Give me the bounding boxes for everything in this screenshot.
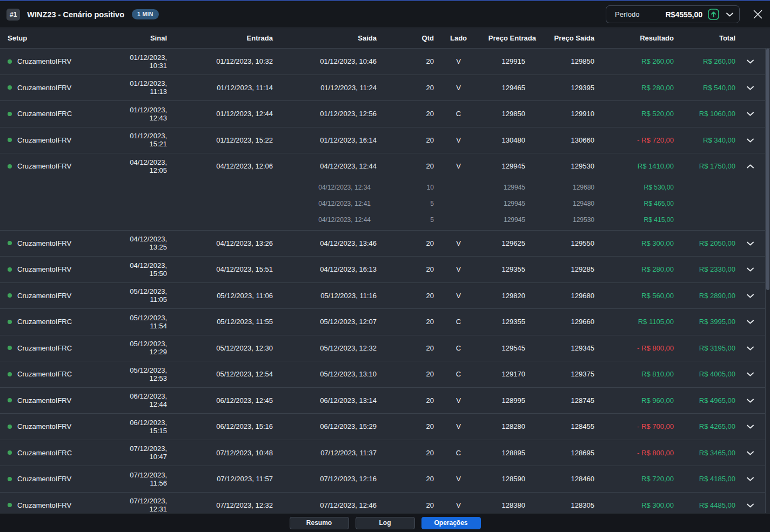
timeframe-badge: 1 MIN	[132, 9, 159, 19]
preco-entrada-cell: 129355	[483, 318, 536, 326]
qtd-cell: 20	[377, 396, 434, 405]
preco-saida-cell: 130660	[536, 136, 594, 144]
scrollbar-thumb[interactable]	[766, 49, 769, 290]
table-row[interactable]: CruzamentoIFRC 07/12/2023, 10:47 07/12/2…	[0, 440, 765, 467]
sinal-cell: 06/12/2023, 12:44	[124, 392, 167, 408]
expand-chevron-icon[interactable]	[747, 112, 754, 116]
status-dot-icon	[8, 59, 12, 64]
expand-chevron-icon[interactable]	[747, 451, 754, 455]
page-title: WINZ23 - Cenário positivo	[27, 10, 124, 19]
setup-label: CruzamentoIFRC	[17, 344, 72, 352]
preco-saida-cell: 129345	[536, 344, 594, 352]
resultado-cell: - R$ 800,00	[594, 344, 674, 352]
preco-saida-cell: 129660	[536, 318, 594, 326]
resultado-cell: R$ 300,00	[594, 501, 674, 509]
footer-button-log[interactable]: Log	[356, 517, 415, 529]
table-row[interactable]: CruzamentoIFRV 06/12/2023, 12:44 06/12/2…	[0, 388, 765, 414]
entrada-cell: 07/12/2023, 10:48	[167, 449, 273, 457]
sub-preco-saida-cell: 129480	[536, 200, 594, 207]
saida-cell: 05/12/2023, 11:16	[273, 292, 377, 300]
setup-label: CruzamentoIFRV	[17, 475, 71, 483]
status-dot-icon	[8, 164, 12, 169]
lado-cell: C	[434, 370, 483, 378]
preco-entrada-cell: 128895	[483, 449, 536, 457]
resultado-cell: R$ 1105,00	[594, 318, 674, 326]
preco-entrada-cell: 128590	[483, 475, 536, 483]
sinal-cell: 07/12/2023, 10:47	[124, 445, 167, 461]
expand-chevron-icon[interactable]	[747, 164, 754, 169]
col-header-preco-entrada: Preço Entrada	[483, 34, 536, 42]
table-row[interactable]: CruzamentoIFRV 01/12/2023, 15:21 01/12/2…	[0, 127, 765, 154]
total-cell: R$ 340,00	[674, 136, 735, 144]
expand-chevron-icon[interactable]	[747, 86, 754, 90]
resultado-cell: R$ 280,00	[594, 84, 674, 92]
close-button[interactable]	[751, 8, 765, 22]
lado-cell: V	[434, 501, 483, 509]
status-dot-icon	[8, 346, 12, 350]
status-dot-icon	[8, 477, 12, 481]
sinal-cell: 01/12/2023, 11:13	[124, 79, 167, 96]
total-cell: R$ 3465,00	[674, 449, 735, 457]
setup-label: CruzamentoIFRV	[17, 501, 71, 509]
table-row[interactable]: CruzamentoIFRV 07/12/2023, 11:56 07/12/2…	[0, 466, 765, 493]
expand-chevron-icon[interactable]	[747, 138, 754, 143]
entrada-cell: 01/12/2023, 11:14	[167, 84, 273, 92]
setup-label: CruzamentoIFRV	[17, 292, 71, 300]
setup-label: CruzamentoIFRV	[17, 396, 71, 405]
table-row[interactable]: CruzamentoIFRV 04/12/2023, 12:05 04/12/2…	[0, 153, 765, 231]
preco-saida-cell: 129550	[536, 239, 594, 247]
lado-cell: C	[434, 344, 483, 352]
preco-saida-cell: 128455	[536, 422, 594, 430]
entrada-cell: 06/12/2023, 12:45	[167, 396, 273, 405]
table-row[interactable]: CruzamentoIFRC 05/12/2023, 12:53 05/12/2…	[0, 361, 765, 388]
period-selector[interactable]: Período R$4555,00	[606, 5, 740, 23]
sinal-cell: 07/12/2023, 11:56	[124, 471, 167, 487]
expand-chevron-icon[interactable]	[747, 399, 754, 403]
status-dot-icon	[8, 398, 12, 402]
saida-cell: 06/12/2023, 15:29	[273, 422, 377, 430]
table-row[interactable]: CruzamentoIFRV 04/12/2023, 13:25 04/12/2…	[0, 231, 765, 257]
table-row[interactable]: CruzamentoIFRV 04/12/2023, 15:50 04/12/2…	[0, 257, 765, 283]
setup-label: CruzamentoIFRV	[17, 84, 71, 92]
table-row[interactable]: CruzamentoIFRV 01/12/2023, 10:31 01/12/2…	[0, 49, 765, 75]
col-header-total: Total	[674, 34, 735, 42]
expand-chevron-icon[interactable]	[747, 477, 754, 481]
preco-saida-cell: 129910	[536, 110, 594, 118]
entrada-cell: 05/12/2023, 12:30	[167, 344, 273, 352]
footer-button-resumo[interactable]: Resumo	[290, 517, 349, 529]
expand-chevron-icon[interactable]	[747, 372, 754, 376]
footer-button-operacoes[interactable]: Operações	[421, 517, 481, 529]
expand-chevron-icon[interactable]	[747, 346, 754, 351]
table-row[interactable]: CruzamentoIFRC 05/12/2023, 11:54 05/12/2…	[0, 309, 765, 335]
status-dot-icon	[8, 503, 12, 507]
sub-qtd-cell: 5	[377, 216, 434, 224]
table-row[interactable]: CruzamentoIFRV 06/12/2023, 15:15 06/12/2…	[0, 414, 765, 440]
expand-chevron-icon[interactable]	[747, 294, 754, 298]
preco-saida-cell: 129680	[536, 292, 594, 300]
col-header-sinal: Sinal	[124, 34, 167, 42]
total-cell: R$ 1060,00	[674, 110, 735, 118]
lado-cell: V	[434, 422, 483, 430]
expand-chevron-icon[interactable]	[747, 241, 754, 246]
vertical-scrollbar[interactable]	[765, 49, 770, 513]
table-row[interactable]: CruzamentoIFRC 05/12/2023, 12:29 05/12/2…	[0, 335, 765, 362]
preco-saida-cell: 128460	[536, 475, 594, 483]
saida-cell: 07/12/2023, 12:46	[273, 501, 377, 509]
setup-label: CruzamentoIFRC	[17, 110, 72, 118]
table-row[interactable]: CruzamentoIFRV 01/12/2023, 11:13 01/12/2…	[0, 75, 765, 102]
status-dot-icon	[8, 85, 12, 90]
total-cell: R$ 4265,00	[674, 422, 735, 430]
expand-chevron-icon[interactable]	[747, 59, 754, 64]
expand-chevron-icon[interactable]	[747, 425, 754, 429]
col-header-qtd: Qtd	[377, 34, 434, 42]
qtd-cell: 20	[377, 84, 434, 92]
expand-chevron-icon[interactable]	[747, 267, 754, 272]
expand-chevron-icon[interactable]	[747, 320, 754, 324]
col-header-preco-saida: Preço Saída	[536, 34, 594, 42]
table-row[interactable]: CruzamentoIFRC 01/12/2023, 12:43 01/12/2…	[0, 101, 765, 127]
table-row[interactable]: CruzamentoIFRV 05/12/2023, 11:05 05/12/2…	[0, 283, 765, 309]
expand-chevron-icon[interactable]	[747, 503, 754, 508]
sub-preco-entrada-cell: 129945	[483, 184, 536, 191]
sub-qtd-cell: 5	[377, 200, 434, 207]
table-subrow: 04/12/2023, 12:44 5 129945 129530 R$ 415…	[0, 212, 765, 228]
